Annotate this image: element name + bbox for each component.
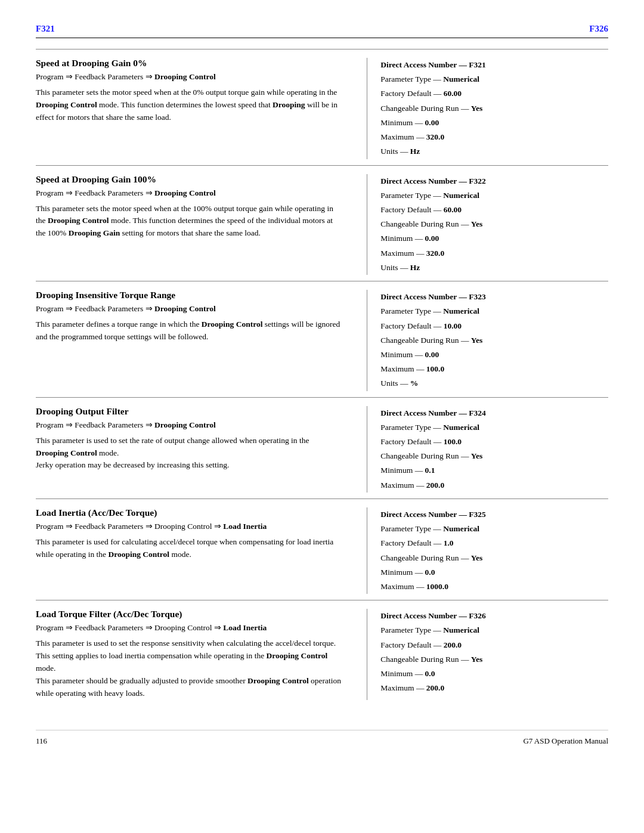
factory-default-f322: Factory Default — 60.00: [380, 203, 608, 216]
maximum-f321: Maximum — 320.0: [380, 130, 608, 144]
param-type-value-f325: Numerical: [443, 524, 479, 533]
param-type-f325: Parameter Type — Numerical: [380, 522, 608, 535]
param-title-f321: Speed at Drooping Gain 0%: [36, 58, 343, 69]
param-type-value-f322: Numerical: [443, 191, 479, 200]
factory-default-value-f323: 10.00: [444, 321, 462, 330]
factory-default-f325: Factory Default — 1.0: [380, 536, 608, 550]
maximum-value-f321: 320.0: [426, 132, 444, 141]
param-right-f324: Direct Access Number — F324Parameter Typ…: [367, 406, 608, 493]
param-row-f321: Speed at Drooping Gain 0%Program ⇒ Feedb…: [36, 49, 608, 165]
param-left-f322: Speed at Drooping Gain 100%Program ⇒ Fee…: [36, 174, 355, 275]
minimum-value-f321: 0.00: [425, 118, 439, 127]
header-right: F326: [589, 24, 608, 34]
param-row-f322: Speed at Drooping Gain 100%Program ⇒ Fee…: [36, 165, 608, 281]
param-left-f325: Load Inertia (Acc/Dec Torque)Program ⇒ F…: [36, 507, 355, 594]
param-type-value-f323: Numerical: [443, 306, 479, 315]
minimum-f325: Minimum — 0.0: [380, 565, 608, 579]
minimum-value-f326: 0.0: [425, 669, 435, 678]
units-value-f322: Hz: [410, 263, 420, 272]
page-footer: 116 G7 ASD Operation Manual: [36, 730, 608, 746]
param-row-f323: Drooping Insensitive Torque RangeProgram…: [36, 281, 608, 397]
param-desc-f324-1: Jerky operation may be decreased by incr…: [36, 459, 343, 472]
direct-access-line-f322: Direct Access Number — F322: [380, 174, 608, 188]
minimum-f322: Minimum — 0.00: [380, 231, 608, 245]
header-left: F321: [36, 24, 55, 34]
factory-default-f326: Factory Default — 200.0: [380, 638, 608, 652]
param-row-f325: Load Inertia (Acc/Dec Torque)Program ⇒ F…: [36, 498, 608, 600]
maximum-f322: Maximum — 320.0: [380, 246, 608, 260]
maximum-value-f324: 200.0: [426, 481, 444, 490]
param-left-f321: Speed at Drooping Gain 0%Program ⇒ Feedb…: [36, 58, 355, 159]
changeable-value-f323: Yes: [471, 336, 483, 345]
page: F321 F326 Speed at Drooping Gain 0%Progr…: [0, 0, 644, 833]
maximum-value-f323: 100.0: [426, 364, 444, 373]
changeable-value-f325: Yes: [471, 553, 483, 562]
param-path-f325: Program ⇒ Feedback Parameters ⇒ Drooping…: [36, 521, 343, 531]
maximum-f326: Maximum — 200.0: [380, 681, 608, 695]
factory-default-value-f321: 60.00: [444, 89, 462, 98]
param-type-value-f326: Numerical: [443, 625, 479, 634]
direct-access-value-f321: F321: [469, 60, 486, 69]
direct-access-line-f326: Direct Access Number — F326: [380, 609, 608, 623]
direct-access-line-f325: Direct Access Number — F325: [380, 507, 608, 521]
param-title-f326: Load Torque Filter (Acc/Dec Torque): [36, 609, 343, 620]
param-right-f325: Direct Access Number — F325Parameter Typ…: [367, 507, 608, 594]
param-type-f321: Parameter Type — Numerical: [380, 72, 608, 86]
units-f322: Units — Hz: [380, 261, 608, 274]
minimum-value-f325: 0.0: [425, 568, 435, 577]
param-row-f324: Drooping Output FilterProgram ⇒ Feedback…: [36, 397, 608, 498]
footer-manual-title: G7 ASD Operation Manual: [523, 736, 608, 746]
param-title-f324: Drooping Output Filter: [36, 406, 343, 417]
units-f321: Units — Hz: [380, 144, 608, 158]
param-desc-f321-0: This parameter sets the motor speed when…: [36, 86, 343, 124]
units-value-f321: Hz: [410, 147, 420, 156]
direct-access-line-f321: Direct Access Number — F321: [380, 58, 608, 72]
param-type-f322: Parameter Type — Numerical: [380, 188, 608, 202]
param-desc-f325-0: This parameter is used for calculating a…: [36, 536, 343, 561]
param-desc-f323-0: This parameter defines a torque range in…: [36, 318, 343, 343]
param-title-f325: Load Inertia (Acc/Dec Torque): [36, 507, 343, 518]
param-right-f326: Direct Access Number — F326Parameter Typ…: [367, 609, 608, 700]
param-type-value-f324: Numerical: [443, 423, 479, 432]
param-desc-f322-0: This parameter sets the motor speed when…: [36, 203, 343, 240]
direct-access-label-f323: Direct Access Number —: [380, 292, 467, 301]
changeable-value-f326: Yes: [471, 655, 483, 664]
param-desc-f324-0: This parameter is used to set the rate o…: [36, 435, 343, 460]
direct-access-value-f322: F322: [469, 176, 486, 185]
param-right-f321: Direct Access Number — F321Parameter Typ…: [367, 58, 608, 159]
minimum-value-f323: 0.00: [425, 350, 439, 359]
changeable-f326: Changeable During Run — Yes: [380, 652, 608, 666]
param-type-f323: Parameter Type — Numerical: [380, 304, 608, 318]
changeable-f323: Changeable During Run — Yes: [380, 333, 608, 347]
changeable-value-f324: Yes: [471, 451, 483, 460]
param-left-f326: Load Torque Filter (Acc/Dec Torque)Progr…: [36, 609, 355, 700]
param-path-f324: Program ⇒ Feedback Parameters ⇒ Drooping…: [36, 420, 343, 430]
direct-access-label-f326: Direct Access Number —: [380, 611, 467, 620]
param-desc-f326-1: This parameter should be gradually adjus…: [36, 675, 343, 700]
param-path-f323: Program ⇒ Feedback Parameters ⇒ Drooping…: [36, 304, 343, 314]
minimum-value-f324: 0.1: [425, 466, 435, 475]
direct-access-line-f323: Direct Access Number — F323: [380, 290, 608, 304]
direct-access-label-f322: Direct Access Number —: [380, 176, 467, 185]
changeable-f322: Changeable During Run — Yes: [380, 217, 608, 231]
units-value-f323: %: [410, 379, 419, 388]
direct-access-value-f324: F324: [469, 408, 486, 417]
changeable-value-f322: Yes: [471, 219, 483, 228]
param-path-f326: Program ⇒ Feedback Parameters ⇒ Drooping…: [36, 623, 343, 633]
factory-default-f324: Factory Default — 100.0: [380, 435, 608, 448]
minimum-f324: Minimum — 0.1: [380, 463, 608, 477]
direct-access-label-f324: Direct Access Number —: [380, 408, 467, 417]
changeable-value-f321: Yes: [471, 104, 483, 113]
param-right-f323: Direct Access Number — F323Parameter Typ…: [367, 290, 608, 391]
factory-default-value-f322: 60.00: [444, 205, 462, 214]
units-f323: Units — %: [380, 376, 608, 390]
param-desc-f326-0: This parameter is used to set the respon…: [36, 637, 343, 675]
direct-access-value-f326: F326: [469, 611, 486, 620]
page-header: F321 F326: [36, 24, 608, 38]
content-area: Speed at Drooping Gain 0%Program ⇒ Feedb…: [36, 49, 608, 706]
factory-default-value-f324: 100.0: [444, 437, 462, 446]
param-path-f322: Program ⇒ Feedback Parameters ⇒ Drooping…: [36, 188, 343, 198]
footer-page-number: 116: [36, 736, 47, 746]
maximum-f324: Maximum — 200.0: [380, 478, 608, 492]
minimum-f323: Minimum — 0.00: [380, 348, 608, 361]
